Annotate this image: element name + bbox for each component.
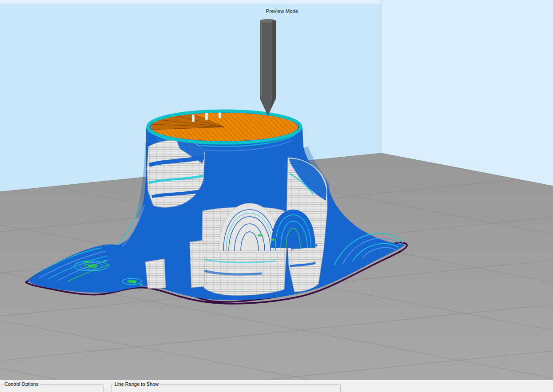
- line-range-group: Line Range to Show: [111, 384, 341, 392]
- preview-3d-viewport[interactable]: [0, 0, 553, 380]
- application-window: Preview Mode Control Options Line Range …: [0, 0, 553, 392]
- support-tip: [205, 112, 208, 120]
- support-structure-mid-columns: [190, 240, 205, 288]
- line-range-label: Line Range to Show: [113, 381, 160, 387]
- support-tip: [192, 115, 195, 122]
- control-options-label: Control Options: [3, 381, 40, 387]
- top-surface: [148, 111, 301, 143]
- nozzle: [260, 19, 276, 116]
- preview-mode-label: Preview Mode: [253, 8, 311, 14]
- bottom-panel: Control Options Line Range to Show: [0, 380, 553, 392]
- support-structure-left-columns: [145, 259, 166, 289]
- control-options-group: Control Options: [1, 384, 104, 392]
- viewport-scene: [0, 0, 553, 380]
